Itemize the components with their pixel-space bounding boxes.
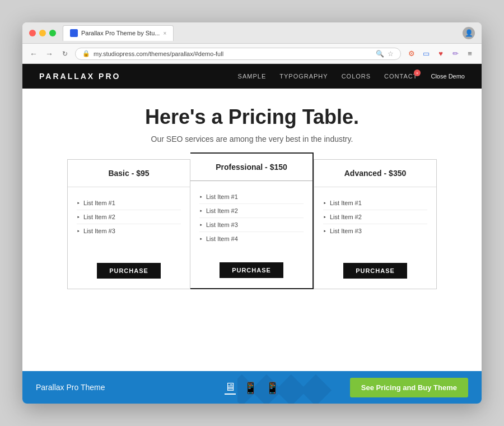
desktop-icon[interactable]: 🖥 <box>225 381 236 395</box>
address-field[interactable]: 🔒 my.studiopress.com/themes/parallax/#de… <box>75 48 401 60</box>
site-logo: PARALLAX PRO <box>39 72 120 81</box>
bullet-icon: ‣ <box>323 214 326 220</box>
bullet-icon: ‣ <box>199 236 203 242</box>
advanced-header: Advanced - $350 <box>314 160 436 187</box>
professional-footer: PURCHASE <box>190 254 312 288</box>
close-button[interactable] <box>29 30 36 36</box>
bullet-icon: ‣ <box>77 200 80 206</box>
forward-button[interactable]: → <box>44 48 55 59</box>
advanced-features: ‣List Item #1 ‣List Item #2 ‣List Item #… <box>314 187 436 255</box>
professional-name: Professional - $150 <box>199 163 304 172</box>
contact-x-icon: × <box>414 70 421 76</box>
back-button[interactable]: ← <box>28 48 39 59</box>
tab-title: Parallax Pro Theme by Stu... <box>81 30 160 36</box>
toolbar-icons: ⚙ ▭ ♥ ✏ ≡ <box>405 48 476 60</box>
bullet-icon: ‣ <box>323 228 326 234</box>
traffic-lights <box>29 30 56 36</box>
nav-typography[interactable]: TYPOGRAPHY <box>279 73 328 80</box>
diamond-shape <box>300 374 332 404</box>
site-nav: PARALLAX PRO SAMPLE TYPOGRAPHY COLORS CO… <box>22 64 482 89</box>
nav-contact[interactable]: CONTACT × <box>384 73 417 80</box>
basic-footer: PURCHASE <box>68 255 190 289</box>
window-icon[interactable]: ▭ <box>420 48 432 60</box>
mobile-icon[interactable]: 📱 <box>265 381 279 395</box>
address-bar-icons: 🔍 ☆ <box>376 50 394 58</box>
bullet-icon: ‣ <box>199 222 203 228</box>
advanced-name: Advanced - $350 <box>323 169 427 178</box>
tablet-icon[interactable]: 📱 <box>244 381 258 395</box>
pricing-col-advanced: Advanced - $350 ‣List Item #1 ‣List Item… <box>314 159 437 289</box>
tab-favicon <box>70 29 78 37</box>
bookmark-icon[interactable]: ☆ <box>388 50 394 58</box>
browser-tab[interactable]: Parallax Pro Theme by Stu... × <box>63 25 174 41</box>
buy-theme-button[interactable]: See Pricing and Buy Theme <box>350 378 468 397</box>
title-bar: Parallax Pro Theme by Stu... × 👤 <box>22 22 482 44</box>
vivaldi-icon[interactable]: ⚙ <box>405 48 418 60</box>
tab-bar: Parallax Pro Theme by Stu... × <box>63 25 463 41</box>
tab-close-button[interactable]: × <box>163 30 166 36</box>
nav-sample[interactable]: SAMPLE <box>238 73 267 80</box>
pricing-subtitle: Our SEO services are among the very best… <box>151 135 353 143</box>
nav-colors[interactable]: COLORS <box>342 73 371 80</box>
reload-button[interactable]: ↻ <box>59 48 71 59</box>
list-item: ‣List Item #1 <box>77 196 181 210</box>
basic-features: ‣List Item #1 ‣List Item #2 ‣List Item #… <box>68 187 190 255</box>
heart-icon[interactable]: ♥ <box>435 48 447 60</box>
profile-avatar-icon: 👤 <box>465 29 473 37</box>
pricing-title: Here's a Pricing Table. <box>145 105 359 129</box>
advanced-purchase-button[interactable]: PURCHASE <box>343 263 407 279</box>
maximize-button[interactable] <box>49 30 56 36</box>
professional-purchase-button[interactable]: PURCHASE <box>220 262 283 278</box>
bullet-icon: ‣ <box>77 214 80 220</box>
device-icons: 🖥 📱 📱 <box>225 381 279 395</box>
list-item: ‣List Item #3 <box>323 224 427 238</box>
edit-icon[interactable]: ✏ <box>449 48 461 60</box>
site-nav-links: SAMPLE TYPOGRAPHY COLORS CONTACT × Close… <box>238 73 465 80</box>
basic-name: Basic - $95 <box>77 169 181 178</box>
pricing-table: Basic - $95 ‣List Item #1 ‣List Item #2 … <box>67 159 437 289</box>
pricing-col-basic: Basic - $95 ‣List Item #1 ‣List Item #2 … <box>67 159 190 289</box>
address-text: my.studiopress.com/themes/parallax/#demo… <box>94 50 223 57</box>
list-item: ‣List Item #2 <box>77 210 181 224</box>
browser-window: Parallax Pro Theme by Stu... × 👤 ← → ↻ 🔒… <box>22 22 482 404</box>
bottom-bar-title: Parallax Pro Theme <box>36 383 105 392</box>
basic-purchase-button[interactable]: PURCHASE <box>97 263 161 279</box>
list-item: ‣List Item #4 <box>199 232 304 246</box>
advanced-footer: PURCHASE <box>314 255 436 289</box>
address-bar: ← → ↻ 🔒 my.studiopress.com/themes/parall… <box>22 44 482 64</box>
list-item: ‣List Item #2 <box>199 204 304 218</box>
bullet-icon: ‣ <box>199 194 203 200</box>
list-item: ‣List Item #3 <box>199 218 304 232</box>
list-item: ‣List Item #2 <box>323 210 427 224</box>
bullet-icon: ‣ <box>77 228 80 234</box>
professional-features: ‣List Item #1 ‣List Item #2 ‣List Item #… <box>190 181 312 254</box>
list-item: ‣List Item #1 <box>199 190 304 204</box>
bullet-icon: ‣ <box>199 208 203 214</box>
main-content: Here's a Pricing Table. Our SEO services… <box>22 89 482 371</box>
menu-icon[interactable]: ≡ <box>464 48 476 60</box>
bullet-icon: ‣ <box>323 200 326 206</box>
professional-header: Professional - $150 <box>190 154 312 181</box>
search-icon[interactable]: 🔍 <box>376 50 384 58</box>
bottom-bar: Parallax Pro Theme 🖥 📱 📱 See Pricing and… <box>22 371 482 404</box>
minimize-button[interactable] <box>39 30 46 36</box>
address-lock-icon: 🔒 <box>82 50 90 57</box>
website-content: PARALLAX PRO SAMPLE TYPOGRAPHY COLORS CO… <box>22 64 482 404</box>
list-item: ‣List Item #1 <box>323 196 427 210</box>
list-item: ‣List Item #3 <box>77 224 181 238</box>
close-demo-button[interactable]: Close Demo <box>431 73 465 80</box>
pricing-col-professional: Professional - $150 ‣List Item #1 ‣List … <box>190 152 314 289</box>
profile-icon[interactable]: 👤 <box>463 27 475 39</box>
basic-header: Basic - $95 <box>68 160 190 187</box>
